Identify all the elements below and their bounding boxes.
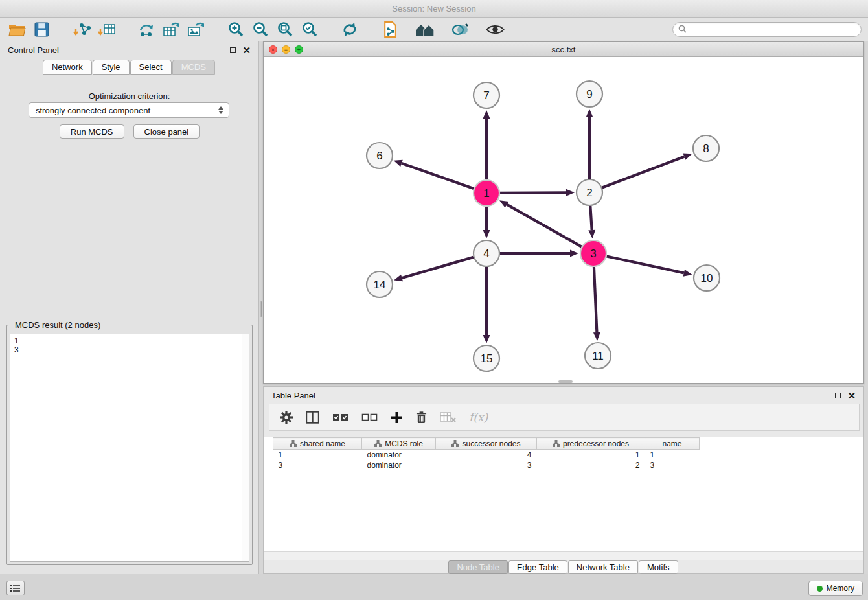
zoom-fit-icon[interactable] — [275, 20, 295, 40]
graph-arrowhead-2-9 — [586, 109, 593, 117]
network-hscrollbar[interactable] — [558, 380, 573, 383]
graph-node-label-8: 8 — [703, 143, 709, 155]
criterion-dropdown[interactable]: strongly connected component — [29, 102, 229, 118]
cell-name[interactable]: 1 — [645, 450, 700, 460]
close-window-icon[interactable]: × — [269, 45, 277, 54]
close-table-panel-icon[interactable]: ✕ — [847, 391, 856, 400]
column-header-mcds-role[interactable]: MCDS role — [362, 438, 436, 450]
graph-node-label-14: 14 — [374, 279, 386, 291]
show-hide-icon[interactable] — [485, 20, 505, 40]
import-network-icon[interactable] — [71, 20, 92, 40]
mcds-result-group: MCDS result (2 nodes) 1 3 — [6, 320, 253, 565]
table-panel-title: Table Panel — [271, 391, 315, 400]
graph-node-label-3: 3 — [590, 248, 596, 260]
dropdown-arrows-icon — [218, 106, 223, 114]
cell-name[interactable]: 3 — [645, 460, 700, 470]
tab-edge-table[interactable]: Edge Table — [508, 560, 567, 574]
table-row[interactable]: 1 dominator 4 1 1 — [273, 450, 700, 460]
zoom-out-icon[interactable] — [250, 20, 271, 40]
cell-shared-name[interactable]: 1 — [273, 450, 362, 460]
cell-predecessor-nodes[interactable]: 1 — [537, 450, 645, 460]
graph-edge-1-2[interactable] — [500, 192, 566, 193]
column-header-predecessor-nodes[interactable]: predecessor nodes — [537, 438, 645, 450]
cell-predecessor-nodes[interactable]: 2 — [537, 460, 645, 470]
result-line: 1 — [14, 336, 245, 345]
tab-style[interactable]: Style — [93, 60, 130, 75]
table-row[interactable]: 3 dominator 3 2 3 — [273, 460, 700, 470]
node-table: shared name MCDS role successor nodes pr… — [273, 437, 700, 470]
graph-edge-3-10[interactable] — [607, 256, 684, 273]
tab-network[interactable]: Network — [43, 60, 92, 75]
main-toolbar — [0, 18, 868, 41]
close-panel-button[interactable]: Close panel — [133, 124, 200, 139]
search-input[interactable] — [690, 25, 856, 34]
graph-edge-2-8[interactable] — [602, 157, 685, 188]
function-builder-icon[interactable]: f(x) — [469, 411, 488, 424]
network-window-titlebar[interactable]: × − + scc.txt — [264, 42, 863, 57]
apply-layout-icon[interactable] — [339, 20, 360, 40]
column-header-shared-name[interactable]: shared name — [273, 438, 362, 450]
tree-icon — [553, 440, 560, 447]
tree-icon — [451, 440, 459, 447]
graph-edge-1-6[interactable] — [402, 163, 474, 189]
delete-row-trash-icon[interactable] — [416, 411, 427, 424]
graph-edge-3-1[interactable] — [507, 205, 581, 247]
column-header-successor-nodes[interactable]: successor nodes — [436, 438, 537, 450]
save-session-icon[interactable] — [31, 20, 52, 40]
network-window: × − + scc.txt 7968124314101511 — [263, 41, 864, 384]
graph-edge-2-3[interactable] — [590, 206, 591, 230]
export-network-icon[interactable] — [136, 20, 157, 40]
result-scrollbar[interactable] — [242, 334, 249, 561]
tab-mcds[interactable]: MCDS — [172, 60, 215, 75]
select-all-icon[interactable] — [332, 412, 348, 422]
tab-network-table[interactable]: Network Table — [568, 560, 638, 574]
mcds-result-textarea[interactable]: 1 3 — [10, 334, 249, 562]
close-panel-icon[interactable]: ✕ — [242, 45, 251, 55]
cell-shared-name[interactable]: 3 — [273, 460, 362, 470]
tab-motifs[interactable]: Motifs — [639, 560, 678, 574]
minimize-window-icon[interactable]: − — [282, 45, 290, 54]
graph-edge-4-14[interactable] — [402, 257, 474, 278]
zoom-in-icon[interactable] — [225, 20, 246, 40]
table-hscrollbar[interactable] — [264, 551, 863, 560]
split-view-icon[interactable] — [306, 411, 319, 424]
delete-table-icon[interactable] — [440, 411, 456, 423]
run-mcds-button[interactable]: Run MCDS — [60, 124, 124, 139]
table-panel: Table Panel ✕ f(x) — [263, 386, 864, 574]
import-table-icon[interactable] — [96, 20, 117, 40]
float-table-panel-icon[interactable] — [835, 393, 841, 398]
memory-button[interactable]: Memory — [808, 581, 863, 596]
criterion-value: strongly connected component — [36, 106, 150, 115]
column-settings-gear-icon[interactable] — [280, 411, 293, 424]
clone-network-icon[interactable] — [380, 20, 400, 40]
add-row-plus-icon[interactable] — [391, 411, 403, 424]
graph-node-label-10: 10 — [701, 272, 713, 284]
graph-arrowhead-1-4 — [483, 230, 490, 238]
graph-arrowhead-1-2 — [566, 189, 575, 196]
tab-select[interactable]: Select — [130, 60, 172, 75]
home-view-icon[interactable] — [415, 20, 435, 40]
unselect-all-icon[interactable] — [361, 412, 378, 422]
task-history-button[interactable] — [6, 581, 25, 595]
cell-successor-nodes[interactable]: 4 — [436, 450, 537, 460]
float-panel-icon[interactable] — [230, 47, 236, 53]
zoom-selected-icon[interactable] — [299, 20, 320, 40]
graph-node-label-9: 9 — [586, 88, 592, 100]
table-area: shared name MCDS role successor nodes pr… — [264, 437, 863, 551]
tab-node-table[interactable]: Node Table — [448, 560, 508, 574]
export-table-icon[interactable] — [161, 20, 181, 40]
control-panel-tabs: Network Style Select MCDS — [0, 60, 258, 75]
cell-mcds-role[interactable]: dominator — [362, 450, 436, 460]
maximize-window-icon[interactable]: + — [295, 45, 303, 54]
tree-icon — [374, 440, 382, 447]
search-box[interactable] — [672, 22, 862, 37]
network-canvas[interactable]: 7968124314101511 — [264, 57, 863, 383]
export-image-icon[interactable] — [185, 20, 206, 40]
apply-style-icon[interactable] — [450, 20, 470, 40]
column-header-name[interactable]: name — [645, 438, 700, 450]
open-folder-icon[interactable] — [6, 20, 27, 40]
graph-node-label-4: 4 — [483, 248, 489, 260]
graph-edge-3-11[interactable] — [594, 267, 597, 332]
cell-mcds-role[interactable]: dominator — [362, 460, 436, 470]
cell-successor-nodes[interactable]: 3 — [436, 460, 537, 470]
